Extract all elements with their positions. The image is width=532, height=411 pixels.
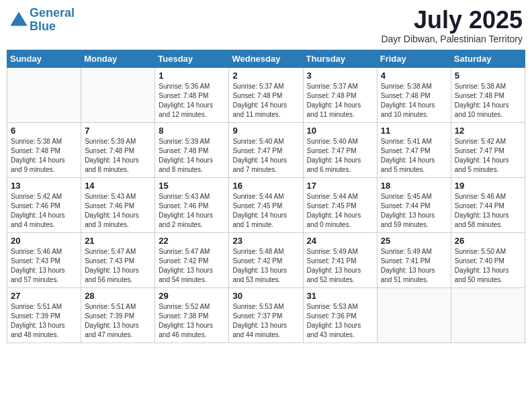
weekday-header: Sunday: [7, 50, 81, 67]
day-info: Sunrise: 5:53 AM Sunset: 7:36 PM Dayligh…: [307, 302, 373, 340]
svg-marker-0: [10, 11, 27, 26]
calendar-day-cell: 24Sunrise: 5:49 AM Sunset: 7:41 PM Dayli…: [303, 232, 377, 287]
location: Dayr Dibwan, Palestinian Territory: [381, 34, 523, 44]
day-number: 1: [159, 71, 225, 81]
day-info: Sunrise: 5:49 AM Sunset: 7:41 PM Dayligh…: [381, 247, 447, 285]
calendar-week-row: 27Sunrise: 5:51 AM Sunset: 7:39 PM Dayli…: [7, 287, 525, 342]
day-number: 10: [307, 126, 373, 136]
calendar-day-cell: 5Sunrise: 5:38 AM Sunset: 7:48 PM Daylig…: [451, 67, 525, 122]
day-number: 17: [307, 181, 373, 191]
calendar-day-cell: 4Sunrise: 5:38 AM Sunset: 7:48 PM Daylig…: [377, 67, 451, 122]
day-number: 16: [232, 181, 299, 191]
day-info: Sunrise: 5:40 AM Sunset: 7:47 PM Dayligh…: [307, 137, 373, 175]
day-number: 28: [85, 291, 151, 301]
weekday-header: Wednesday: [229, 50, 303, 67]
calendar-day-cell: [451, 287, 525, 342]
calendar-day-cell: 1Sunrise: 5:36 AM Sunset: 7:48 PM Daylig…: [155, 67, 229, 122]
calendar-week-row: 6Sunrise: 5:38 AM Sunset: 7:48 PM Daylig…: [7, 122, 525, 177]
calendar-day-cell: 10Sunrise: 5:40 AM Sunset: 7:47 PM Dayli…: [303, 122, 377, 177]
day-number: 6: [11, 126, 77, 136]
day-number: 21: [85, 236, 151, 246]
logo-line1: General: [30, 6, 75, 19]
day-number: 25: [381, 236, 447, 246]
calendar-day-cell: 3Sunrise: 5:37 AM Sunset: 7:48 PM Daylig…: [303, 67, 377, 122]
day-number: 4: [381, 71, 447, 81]
title-block: July 2025 Dayr Dibwan, Palestinian Terri…: [381, 7, 523, 44]
day-info: Sunrise: 5:51 AM Sunset: 7:39 PM Dayligh…: [85, 302, 151, 340]
calendar-day-cell: 2Sunrise: 5:37 AM Sunset: 7:48 PM Daylig…: [229, 67, 303, 122]
day-info: Sunrise: 5:45 AM Sunset: 7:44 PM Dayligh…: [381, 192, 447, 230]
day-number: 23: [232, 236, 299, 246]
calendar-day-cell: 27Sunrise: 5:51 AM Sunset: 7:39 PM Dayli…: [7, 287, 81, 342]
day-info: Sunrise: 5:44 AM Sunset: 7:45 PM Dayligh…: [232, 192, 299, 230]
day-info: Sunrise: 5:47 AM Sunset: 7:42 PM Dayligh…: [159, 247, 225, 285]
page-header: General Blue July 2025 Dayr Dibwan, Pale…: [7, 7, 525, 44]
day-number: 12: [455, 126, 521, 136]
day-info: Sunrise: 5:46 AM Sunset: 7:43 PM Dayligh…: [11, 247, 77, 285]
day-number: 27: [11, 291, 77, 301]
calendar-day-cell: 15Sunrise: 5:43 AM Sunset: 7:46 PM Dayli…: [155, 177, 229, 232]
calendar-week-row: 20Sunrise: 5:46 AM Sunset: 7:43 PM Dayli…: [7, 232, 525, 287]
day-info: Sunrise: 5:42 AM Sunset: 7:47 PM Dayligh…: [455, 137, 521, 175]
day-info: Sunrise: 5:50 AM Sunset: 7:40 PM Dayligh…: [455, 247, 521, 285]
day-info: Sunrise: 5:42 AM Sunset: 7:46 PM Dayligh…: [11, 192, 77, 230]
day-info: Sunrise: 5:43 AM Sunset: 7:46 PM Dayligh…: [85, 192, 151, 230]
logo: General Blue: [9, 7, 75, 34]
day-number: 3: [307, 71, 373, 81]
logo-text: General Blue: [30, 7, 75, 34]
calendar-day-cell: 8Sunrise: 5:39 AM Sunset: 7:48 PM Daylig…: [155, 122, 229, 177]
calendar-day-cell: [377, 287, 451, 342]
calendar-day-cell: 29Sunrise: 5:52 AM Sunset: 7:38 PM Dayli…: [155, 287, 229, 342]
day-info: Sunrise: 5:37 AM Sunset: 7:48 PM Dayligh…: [232, 82, 299, 120]
calendar-day-cell: 13Sunrise: 5:42 AM Sunset: 7:46 PM Dayli…: [7, 177, 81, 232]
day-number: 24: [307, 236, 373, 246]
day-info: Sunrise: 5:47 AM Sunset: 7:43 PM Dayligh…: [85, 247, 151, 285]
day-info: Sunrise: 5:38 AM Sunset: 7:48 PM Dayligh…: [455, 82, 521, 120]
calendar-day-cell: 9Sunrise: 5:40 AM Sunset: 7:47 PM Daylig…: [229, 122, 303, 177]
day-info: Sunrise: 5:38 AM Sunset: 7:48 PM Dayligh…: [11, 137, 77, 175]
calendar-day-cell: 6Sunrise: 5:38 AM Sunset: 7:48 PM Daylig…: [7, 122, 81, 177]
day-number: 22: [159, 236, 225, 246]
calendar-day-cell: 25Sunrise: 5:49 AM Sunset: 7:41 PM Dayli…: [377, 232, 451, 287]
calendar-day-cell: [7, 67, 81, 122]
calendar-day-cell: 28Sunrise: 5:51 AM Sunset: 7:39 PM Dayli…: [81, 287, 155, 342]
calendar-day-cell: [81, 67, 155, 122]
day-number: 29: [159, 291, 225, 301]
calendar-day-cell: 14Sunrise: 5:43 AM Sunset: 7:46 PM Dayli…: [81, 177, 155, 232]
calendar-day-cell: 31Sunrise: 5:53 AM Sunset: 7:36 PM Dayli…: [303, 287, 377, 342]
day-info: Sunrise: 5:37 AM Sunset: 7:48 PM Dayligh…: [307, 82, 373, 120]
day-number: 11: [381, 126, 447, 136]
calendar-day-cell: 26Sunrise: 5:50 AM Sunset: 7:40 PM Dayli…: [451, 232, 525, 287]
day-info: Sunrise: 5:51 AM Sunset: 7:39 PM Dayligh…: [11, 302, 77, 340]
day-info: Sunrise: 5:36 AM Sunset: 7:48 PM Dayligh…: [159, 82, 225, 120]
day-number: 7: [85, 126, 151, 136]
day-info: Sunrise: 5:43 AM Sunset: 7:46 PM Dayligh…: [159, 192, 225, 230]
calendar-day-cell: 20Sunrise: 5:46 AM Sunset: 7:43 PM Dayli…: [7, 232, 81, 287]
day-number: 5: [455, 71, 521, 81]
weekday-header: Thursday: [303, 50, 377, 67]
calendar-week-row: 1Sunrise: 5:36 AM Sunset: 7:48 PM Daylig…: [7, 67, 525, 122]
calendar-day-cell: 12Sunrise: 5:42 AM Sunset: 7:47 PM Dayli…: [451, 122, 525, 177]
day-number: 13: [11, 181, 77, 191]
day-number: 2: [232, 71, 299, 81]
day-info: Sunrise: 5:49 AM Sunset: 7:41 PM Dayligh…: [307, 247, 373, 285]
day-number: 8: [159, 126, 225, 136]
day-number: 15: [159, 181, 225, 191]
day-info: Sunrise: 5:44 AM Sunset: 7:45 PM Dayligh…: [307, 192, 373, 230]
weekday-header: Saturday: [451, 50, 525, 67]
day-info: Sunrise: 5:48 AM Sunset: 7:42 PM Dayligh…: [232, 247, 299, 285]
day-info: Sunrise: 5:52 AM Sunset: 7:38 PM Dayligh…: [159, 302, 225, 340]
calendar-header-row: SundayMondayTuesdayWednesdayThursdayFrid…: [7, 50, 525, 67]
calendar-day-cell: 18Sunrise: 5:45 AM Sunset: 7:44 PM Dayli…: [377, 177, 451, 232]
day-number: 26: [455, 236, 521, 246]
day-number: 31: [307, 291, 373, 301]
day-info: Sunrise: 5:46 AM Sunset: 7:44 PM Dayligh…: [455, 192, 521, 230]
calendar-day-cell: 17Sunrise: 5:44 AM Sunset: 7:45 PM Dayli…: [303, 177, 377, 232]
day-number: 19: [455, 181, 521, 191]
calendar-table: SundayMondayTuesdayWednesdayThursdayFrid…: [7, 50, 525, 343]
day-number: 14: [85, 181, 151, 191]
month-title: July 2025: [381, 7, 523, 34]
day-info: Sunrise: 5:41 AM Sunset: 7:47 PM Dayligh…: [381, 137, 447, 175]
calendar-day-cell: 7Sunrise: 5:39 AM Sunset: 7:48 PM Daylig…: [81, 122, 155, 177]
day-info: Sunrise: 5:39 AM Sunset: 7:48 PM Dayligh…: [85, 137, 151, 175]
